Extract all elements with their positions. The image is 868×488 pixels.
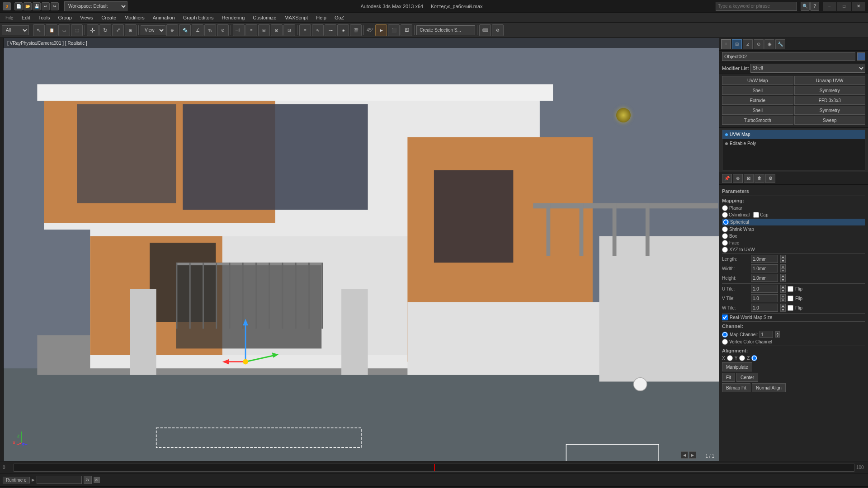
length-down[interactable]: ▼ [780, 259, 786, 263]
map-channel-input[interactable]: 1 [760, 331, 773, 338]
snap-toggle-btn[interactable]: 🔩 [179, 24, 191, 36]
menu-create[interactable]: Create [98, 14, 120, 21]
material-editor-btn[interactable]: ◈ [337, 24, 349, 36]
new-btn[interactable]: 📄 [14, 2, 23, 10]
menu-tools[interactable]: Tools [35, 14, 54, 21]
menu-file[interactable]: File [2, 14, 17, 21]
mapping-shrinkwrap[interactable]: Shrink Wrap [722, 226, 865, 232]
close-button[interactable]: ✕ [852, 2, 865, 11]
height-down[interactable]: ▼ [780, 278, 786, 282]
align-btn[interactable]: ≡ [245, 24, 257, 36]
menu-modifiers[interactable]: Modifiers [121, 14, 148, 21]
maximize-button[interactable]: □ [837, 2, 851, 11]
mapping-face[interactable]: Face [722, 240, 865, 246]
stack-remove-btn[interactable]: 🗑 [755, 174, 764, 183]
curve-editor-btn[interactable]: ∿ [312, 24, 324, 36]
schematic-btn[interactable]: ⊶ [325, 24, 336, 36]
mapchan-up[interactable]: ▲ [775, 331, 780, 334]
reference-frame[interactable]: View [141, 25, 165, 35]
vtile-input[interactable]: 1.0 [751, 294, 778, 302]
mod-extrude[interactable]: Extrude [722, 96, 793, 105]
percent-snap-btn[interactable]: % [204, 24, 216, 36]
radio-cylindrical[interactable] [722, 212, 728, 218]
render-frame-btn[interactable]: 🖼 [401, 24, 412, 36]
tab-create[interactable]: + [721, 39, 731, 49]
stack-pin-btn[interactable]: 📌 [722, 174, 732, 183]
rotate-btn[interactable]: ↻ [99, 24, 111, 36]
mapping-spherical[interactable]: Spherical [722, 219, 865, 225]
radio-shrinkwrap[interactable] [722, 226, 728, 232]
mod-sweep[interactable]: Sweep [794, 116, 866, 125]
align-view-btn[interactable]: ⊟ [258, 24, 270, 36]
object-name-input[interactable]: Object002 [722, 52, 855, 61]
manipulate-btn[interactable]: Manipulate [722, 362, 752, 371]
width-up[interactable]: ▲ [780, 264, 786, 268]
menu-maxscript[interactable]: MAXScript [281, 14, 311, 21]
select-by-name-btn[interactable]: 📋 [46, 24, 57, 36]
spinner-snap-btn[interactable]: ⊙ [217, 24, 229, 36]
mapping-xyz[interactable]: XYZ to UVW [722, 247, 865, 253]
select-move-btn[interactable]: ✛ [87, 24, 99, 36]
rect-select-btn[interactable]: ▭ [58, 24, 70, 36]
v-flip-checkbox[interactable] [788, 296, 793, 301]
tab-display[interactable]: ◉ [764, 39, 774, 49]
align-radio-y[interactable] [739, 355, 745, 361]
wtile-down[interactable]: ▼ [780, 308, 786, 312]
modifier-list-select[interactable]: Shell Symmetry UVW Map [750, 64, 865, 73]
u-flip-checkbox[interactable] [788, 286, 793, 292]
cap-checkbox[interactable] [753, 212, 759, 218]
mod-uvw-map[interactable]: UVW Map [722, 76, 793, 85]
mapping-cylindrical[interactable]: Cylindrical Cap [722, 212, 865, 218]
select-object-btn[interactable]: ↖ [33, 24, 45, 36]
search-input[interactable] [716, 2, 797, 11]
menu-graph-editors[interactable]: Graph Editors [179, 14, 217, 21]
snap-settings-btn[interactable]: ⚙ [492, 24, 504, 36]
save-btn[interactable]: 💾 [33, 2, 41, 10]
wtile-up[interactable]: ▲ [780, 304, 786, 308]
channel-vertex-color[interactable]: Vertex Color Channel [722, 339, 865, 345]
align-radio-x[interactable] [727, 355, 733, 361]
radio-spherical[interactable] [723, 219, 729, 225]
real-world-checkbox[interactable] [722, 314, 728, 320]
stack-item-editable-poly[interactable]: Editable Poly [722, 139, 865, 148]
menu-views[interactable]: Views [76, 14, 97, 21]
use-pivot-btn[interactable]: ⊕ [166, 24, 178, 36]
stack-make-unique-btn[interactable]: ⊠ [744, 174, 754, 183]
stack-configure-btn[interactable]: ⚙ [765, 174, 775, 183]
mod-symmetry-1[interactable]: Symmetry [794, 86, 866, 95]
timeline-track[interactable] [14, 464, 854, 472]
height-input[interactable]: 1.0mm [751, 274, 778, 282]
width-down[interactable]: ▼ [780, 268, 786, 272]
height-up[interactable]: ▲ [780, 274, 786, 278]
radio-box[interactable] [722, 233, 728, 239]
redo-btn[interactable]: ↪ [51, 2, 59, 10]
width-input[interactable]: 1.0mm [751, 264, 778, 272]
stack-show-result-btn[interactable]: ⊕ [733, 174, 743, 183]
radio-xyz[interactable] [722, 247, 728, 253]
mod-turbosmooth[interactable]: TurboSmooth [722, 116, 793, 125]
menu-help[interactable]: Help [312, 14, 330, 21]
vtile-up[interactable]: ▲ [780, 294, 786, 298]
minimize-button[interactable]: − [823, 2, 836, 11]
mod-shell-2[interactable]: Shell [722, 106, 793, 115]
menu-goz[interactable]: GoZ [331, 14, 348, 21]
object-color-box[interactable] [857, 52, 865, 61]
runtime-input[interactable] [37, 476, 82, 484]
mapping-box[interactable]: Box [722, 233, 865, 239]
w-flip-checkbox[interactable] [788, 305, 793, 311]
undo-btn[interactable]: ↩ [42, 2, 50, 10]
keyboard-shortcut-override[interactable]: ⌨ [479, 24, 491, 36]
align-normal-btn[interactable]: ⊡ [283, 24, 295, 36]
menu-edit[interactable]: Edit [18, 14, 34, 21]
workspace-selector[interactable]: Workspace: DefaultWorkspace: Default [64, 1, 127, 11]
length-input[interactable]: 1.0mm [751, 255, 778, 263]
mapping-planar[interactable]: Planar [722, 205, 865, 211]
align-radio-z[interactable] [751, 355, 757, 361]
runtime-icon[interactable]: 🗂 [84, 476, 92, 484]
render-btn[interactable]: ▶ [375, 24, 387, 36]
stack-item-uvw-map[interactable]: UVW Map [722, 130, 865, 139]
runtime-close-btn[interactable]: ✕ [94, 477, 100, 483]
radio-map-channel[interactable] [722, 332, 728, 338]
open-btn[interactable]: 📂 [24, 2, 32, 10]
viewport[interactable]: [ VRayPhysicalCamera001 ] [ Realistic ] [4, 38, 719, 461]
